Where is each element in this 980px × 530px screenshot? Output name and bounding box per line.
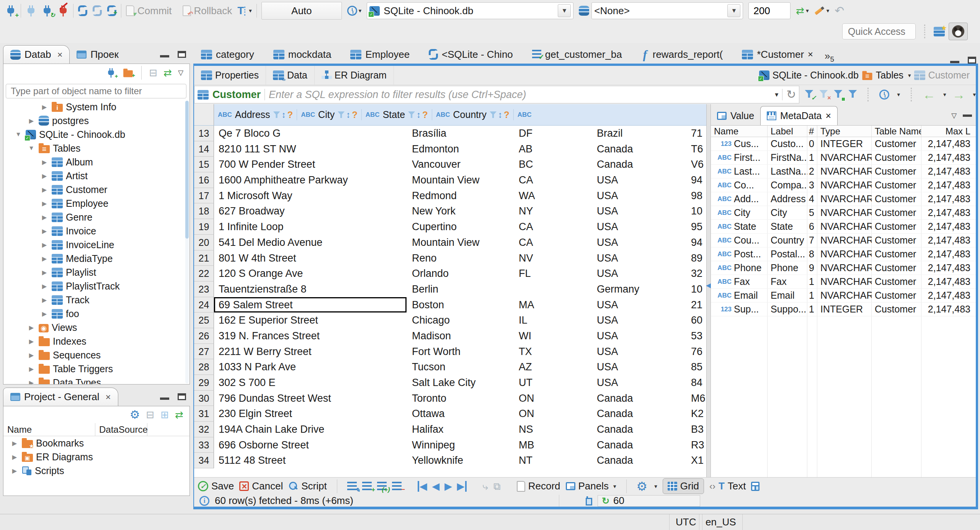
project-minimize-icon[interactable]: [160, 398, 169, 400]
cell-country[interactable]: USA: [592, 219, 686, 235]
expand-arrow-icon[interactable]: ▶: [40, 283, 49, 290]
save-filter-icon[interactable]: [834, 90, 842, 98]
meta-cell-maxlength[interactable]: 2,147,483: [921, 178, 973, 192]
cell-postal-partial[interactable]: 84: [686, 375, 706, 391]
cell-address[interactable]: 1600 Amphitheatre Parkway: [214, 172, 407, 188]
grid-row[interactable]: 15 700 W Pender Street Vancouver BC Cana…: [194, 157, 706, 172]
meta-cell-label[interactable]: Email: [768, 289, 807, 302]
panels-button[interactable]: Panels▾: [566, 480, 616, 492]
meta-cell-name[interactable]: 123 Sup...: [711, 303, 768, 316]
tab-database-navigator[interactable]: Datab ×: [3, 45, 70, 64]
metadata-menu-icon[interactable]: ▽: [951, 111, 957, 120]
meta-cell-name[interactable]: ABC State: [711, 220, 768, 233]
cell-state[interactable]: NT: [514, 453, 592, 468]
meta-cell-label[interactable]: Compa...: [768, 178, 807, 192]
meta-cell-table[interactable]: Customer: [872, 178, 921, 192]
breadcrumb-container[interactable]: Tables: [876, 70, 903, 81]
meta-cell-type[interactable]: NVARCHAR: [817, 165, 872, 178]
timezone-indicator[interactable]: UTC: [669, 514, 702, 530]
meta-cell-table[interactable]: Customer: [872, 289, 921, 302]
custom-filter-icon[interactable]: [848, 90, 857, 98]
meta-cell-name[interactable]: ABC Fax: [711, 275, 768, 288]
reconnect-icon[interactable]: ↻: [42, 5, 52, 17]
sql-filter-input[interactable]: [269, 89, 769, 101]
cell-country[interactable]: Canada: [592, 141, 686, 157]
cell-city[interactable]: Boston: [407, 297, 514, 313]
meta-cell-maxlength[interactable]: 2,147,483: [921, 261, 973, 275]
meta-cell-table[interactable]: Customer: [872, 247, 921, 261]
connect-icon[interactable]: [26, 5, 36, 17]
metadata-row[interactable]: ABC Fax Fax 1 NVARCHAR Customer 2,147,48…: [711, 275, 976, 289]
project-item[interactable]: ▶ Scripts: [3, 464, 189, 478]
select-row-icon[interactable]: ⧉: [493, 481, 501, 491]
transaction-mode-icon[interactable]: [237, 5, 247, 16]
meta-cell-label[interactable]: Custo...: [768, 137, 807, 150]
cell-city[interactable]: Chicago: [407, 312, 514, 328]
cell-country[interactable]: Canada: [592, 422, 686, 437]
expand-arrow-icon[interactable]: ▶: [27, 365, 36, 373]
row-number[interactable]: 31: [194, 406, 214, 422]
cell-country[interactable]: USA: [592, 266, 686, 281]
meta-cell-name[interactable]: ABC First...: [711, 151, 768, 164]
row-number[interactable]: 16: [194, 172, 214, 188]
tab-projects[interactable]: Проек: [70, 45, 125, 64]
result-settings-gear-icon[interactable]: ⚙: [637, 480, 648, 492]
row-number[interactable]: 21: [194, 250, 214, 266]
tab-project-general-close-icon[interactable]: ×: [106, 392, 111, 402]
tree-item[interactable]: ▶ Table Triggers: [3, 362, 189, 376]
meta-cell-ordinal[interactable]: 1: [807, 289, 817, 302]
cell-country[interactable]: Germany: [592, 281, 686, 297]
meta-cell-table[interactable]: Customer: [872, 261, 921, 275]
tab-project-general[interactable]: Project - General ×: [3, 388, 118, 406]
back-history-icon[interactable]: ↶: [835, 5, 844, 16]
link-with-editor-icon[interactable]: ⇄: [163, 68, 172, 78]
meta-cell-ordinal[interactable]: 1: [807, 275, 817, 288]
column-hint-icon[interactable]: ?: [504, 110, 510, 120]
grid-row[interactable]: 27 2211 W Berry Street Fort Worth TX USA…: [194, 344, 706, 360]
tree-item[interactable]: ▼ Tables: [3, 141, 189, 155]
meta-cell-table[interactable]: Customer: [872, 206, 921, 219]
cell-postal-partial[interactable]: 53: [686, 328, 706, 344]
tree-item[interactable]: ▶ System Info: [3, 100, 189, 114]
schema-selector[interactable]: <None> ▼: [591, 2, 743, 19]
duplicate-row-icon[interactable]: (+): [377, 482, 387, 491]
meta-cell-type[interactable]: NVARCHAR: [817, 289, 872, 302]
expand-arrow-icon[interactable]: ▶: [40, 255, 49, 262]
project-collapse-icon[interactable]: ⊟: [146, 410, 155, 420]
cell-state[interactable]: FL: [514, 266, 592, 281]
meta-cell-table[interactable]: Customer: [872, 303, 921, 316]
meta-cell-label[interactable]: Country: [768, 234, 807, 247]
cell-address[interactable]: 8210 111 ST NW: [214, 141, 407, 157]
cell-country[interactable]: USA: [592, 172, 686, 188]
meta-cell-ordinal[interactable]: 7: [807, 234, 817, 247]
cell-city[interactable]: Berlin: [407, 281, 514, 297]
meta-cell-name[interactable]: ABC City: [711, 206, 768, 219]
grid-row[interactable]: 33 696 Osborne Street Winnipeg MB Canada…: [194, 437, 706, 453]
grid-column-header[interactable]: ABC Address ↕ ?: [214, 109, 297, 120]
nav-new-connection-icon[interactable]: +: [106, 67, 116, 78]
tree-item[interactable]: ▶ Employee: [3, 196, 189, 210]
tab-value[interactable]: Value: [711, 106, 760, 125]
editor-subtab[interactable]: Properties: [194, 66, 266, 85]
meta-cell-name[interactable]: ABC Phone: [711, 261, 768, 275]
connection-selector[interactable]: SQLite - Chinook.db ▼: [367, 2, 573, 19]
column-datasource[interactable]: DataSource: [95, 423, 147, 436]
row-number[interactable]: 13: [194, 126, 214, 141]
grid-row[interactable]: 20 541 Del Medio Avenue Mountain View CA…: [194, 235, 706, 250]
project-settings-gear-icon[interactable]: ⚙: [130, 409, 140, 420]
cell-postal-partial[interactable]: 10: [686, 203, 706, 219]
editor-tab[interactable]: category: [193, 45, 266, 64]
cell-postal-partial[interactable]: K2: [686, 406, 706, 422]
row-number[interactable]: 33: [194, 437, 214, 453]
tree-item[interactable]: ▶ Sequences: [3, 348, 189, 362]
first-row-icon[interactable]: ◀: [418, 481, 427, 492]
meta-cell-table[interactable]: Customer: [872, 192, 921, 206]
cell-city[interactable]: Yellowknife: [407, 453, 514, 468]
cell-country[interactable]: USA: [592, 297, 686, 313]
editor-subtab[interactable]: Data: [266, 66, 315, 85]
tree-item[interactable]: ▶ Artist: [3, 169, 189, 183]
tab-metadata[interactable]: MetaData ×: [760, 106, 838, 125]
meta-cell-label[interactable]: Address: [768, 192, 807, 206]
column-hint-icon[interactable]: ?: [287, 110, 293, 120]
metadata-row[interactable]: ABC Email Email 1 NVARCHAR Customer 2,14…: [711, 289, 976, 303]
